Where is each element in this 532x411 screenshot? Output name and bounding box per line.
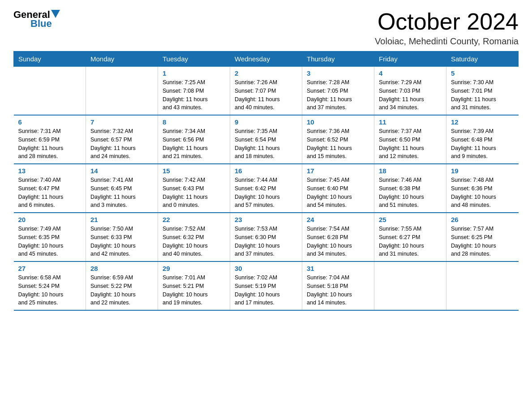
day-number: 10 xyxy=(307,118,369,126)
table-row: 18Sunrise: 7:46 AM Sunset: 6:38 PM Dayli… xyxy=(374,164,446,213)
day-info: Sunrise: 6:59 AM Sunset: 5:22 PM Dayligh… xyxy=(90,274,153,307)
header-monday: Monday xyxy=(86,51,158,67)
day-info: Sunrise: 7:41 AM Sunset: 6:45 PM Dayligh… xyxy=(90,176,153,210)
page-header: General Blue October 2024 Voloiac, Mehed… xyxy=(13,9,519,47)
table-row: 4Sunrise: 7:29 AM Sunset: 7:03 PM Daylig… xyxy=(374,67,446,116)
day-info: Sunrise: 7:53 AM Sunset: 6:30 PM Dayligh… xyxy=(235,225,297,258)
logo: General Blue xyxy=(13,9,61,30)
day-number: 18 xyxy=(379,167,442,175)
day-number: 30 xyxy=(235,265,297,272)
table-row: 24Sunrise: 7:54 AM Sunset: 6:28 PM Dayli… xyxy=(302,213,374,261)
table-row: 19Sunrise: 7:48 AM Sunset: 6:36 PM Dayli… xyxy=(446,164,519,213)
table-row: 6Sunrise: 7:31 AM Sunset: 6:59 PM Daylig… xyxy=(14,115,86,164)
day-number: 16 xyxy=(235,167,297,175)
day-info: Sunrise: 7:04 AM Sunset: 5:18 PM Dayligh… xyxy=(307,274,369,307)
day-number: 24 xyxy=(307,216,369,223)
day-info: Sunrise: 7:28 AM Sunset: 7:05 PM Dayligh… xyxy=(307,78,369,112)
table-row: 1Sunrise: 7:25 AM Sunset: 7:08 PM Daylig… xyxy=(158,67,230,116)
table-row: 26Sunrise: 7:57 AM Sunset: 6:25 PM Dayli… xyxy=(446,213,519,261)
header-thursday: Thursday xyxy=(302,51,374,67)
table-row: 3Sunrise: 7:28 AM Sunset: 7:05 PM Daylig… xyxy=(302,67,374,116)
day-number: 14 xyxy=(90,167,153,175)
day-number: 17 xyxy=(307,167,369,175)
day-info: Sunrise: 6:58 AM Sunset: 5:24 PM Dayligh… xyxy=(18,274,82,307)
table-row: 22Sunrise: 7:52 AM Sunset: 6:32 PM Dayli… xyxy=(158,213,230,261)
day-info: Sunrise: 7:26 AM Sunset: 7:07 PM Dayligh… xyxy=(235,78,297,112)
day-info: Sunrise: 7:44 AM Sunset: 6:42 PM Dayligh… xyxy=(235,176,297,210)
day-number: 22 xyxy=(163,216,225,223)
day-info: Sunrise: 7:50 AM Sunset: 6:33 PM Dayligh… xyxy=(90,225,153,258)
day-number: 20 xyxy=(18,216,82,223)
calendar-week-row: 20Sunrise: 7:49 AM Sunset: 6:35 PM Dayli… xyxy=(14,213,519,261)
calendar-table: Sunday Monday Tuesday Wednesday Thursday… xyxy=(13,51,519,311)
calendar-week-row: 27Sunrise: 6:58 AM Sunset: 5:24 PM Dayli… xyxy=(14,261,519,310)
day-number: 27 xyxy=(18,265,82,272)
day-number: 7 xyxy=(90,118,153,126)
table-row: 16Sunrise: 7:44 AM Sunset: 6:42 PM Dayli… xyxy=(230,164,302,213)
day-info: Sunrise: 7:52 AM Sunset: 6:32 PM Dayligh… xyxy=(163,225,225,258)
table-row: 15Sunrise: 7:42 AM Sunset: 6:43 PM Dayli… xyxy=(158,164,230,213)
day-number: 12 xyxy=(451,118,514,126)
table-row: 25Sunrise: 7:55 AM Sunset: 6:27 PM Dayli… xyxy=(374,213,446,261)
day-number: 11 xyxy=(379,118,442,126)
day-info: Sunrise: 7:37 AM Sunset: 6:50 PM Dayligh… xyxy=(379,127,442,161)
table-row: 20Sunrise: 7:49 AM Sunset: 6:35 PM Dayli… xyxy=(14,213,86,261)
day-number: 13 xyxy=(18,167,82,175)
day-number: 4 xyxy=(379,69,442,77)
header-tuesday: Tuesday xyxy=(158,51,230,67)
table-row xyxy=(14,67,86,116)
header-sunday: Sunday xyxy=(14,51,86,67)
day-info: Sunrise: 7:46 AM Sunset: 6:38 PM Dayligh… xyxy=(379,176,442,210)
day-info: Sunrise: 7:55 AM Sunset: 6:27 PM Dayligh… xyxy=(379,225,442,258)
day-info: Sunrise: 7:02 AM Sunset: 5:19 PM Dayligh… xyxy=(235,274,297,307)
table-row: 31Sunrise: 7:04 AM Sunset: 5:18 PM Dayli… xyxy=(302,261,374,310)
table-row: 11Sunrise: 7:37 AM Sunset: 6:50 PM Dayli… xyxy=(374,115,446,164)
day-number: 8 xyxy=(163,118,225,126)
table-row: 13Sunrise: 7:40 AM Sunset: 6:47 PM Dayli… xyxy=(14,164,86,213)
day-number: 23 xyxy=(235,216,297,223)
day-info: Sunrise: 7:34 AM Sunset: 6:56 PM Dayligh… xyxy=(163,127,225,161)
table-row: 29Sunrise: 7:01 AM Sunset: 5:21 PM Dayli… xyxy=(158,261,230,310)
day-info: Sunrise: 7:57 AM Sunset: 6:25 PM Dayligh… xyxy=(451,225,514,258)
calendar-header-row: Sunday Monday Tuesday Wednesday Thursday… xyxy=(14,51,519,67)
table-row: 23Sunrise: 7:53 AM Sunset: 6:30 PM Dayli… xyxy=(230,213,302,261)
table-row: 10Sunrise: 7:36 AM Sunset: 6:52 PM Dayli… xyxy=(302,115,374,164)
table-row: 27Sunrise: 6:58 AM Sunset: 5:24 PM Dayli… xyxy=(14,261,86,310)
day-number: 25 xyxy=(379,216,442,223)
day-info: Sunrise: 7:25 AM Sunset: 7:08 PM Dayligh… xyxy=(163,78,225,112)
calendar-week-row: 6Sunrise: 7:31 AM Sunset: 6:59 PM Daylig… xyxy=(14,115,519,164)
day-number: 29 xyxy=(163,265,225,272)
table-row: 7Sunrise: 7:32 AM Sunset: 6:57 PM Daylig… xyxy=(86,115,158,164)
day-info: Sunrise: 7:30 AM Sunset: 7:01 PM Dayligh… xyxy=(451,78,514,112)
day-info: Sunrise: 7:42 AM Sunset: 6:43 PM Dayligh… xyxy=(163,176,225,210)
table-row: 8Sunrise: 7:34 AM Sunset: 6:56 PM Daylig… xyxy=(158,115,230,164)
day-number: 21 xyxy=(90,216,153,223)
day-info: Sunrise: 7:49 AM Sunset: 6:35 PM Dayligh… xyxy=(18,225,82,258)
header-saturday: Saturday xyxy=(446,51,519,67)
table-row: 14Sunrise: 7:41 AM Sunset: 6:45 PM Dayli… xyxy=(86,164,158,213)
table-row: 21Sunrise: 7:50 AM Sunset: 6:33 PM Dayli… xyxy=(86,213,158,261)
table-row: 28Sunrise: 6:59 AM Sunset: 5:22 PM Dayli… xyxy=(86,261,158,310)
day-info: Sunrise: 7:32 AM Sunset: 6:57 PM Dayligh… xyxy=(90,127,153,161)
day-info: Sunrise: 7:31 AM Sunset: 6:59 PM Dayligh… xyxy=(18,127,82,161)
day-number: 9 xyxy=(235,118,297,126)
day-number: 19 xyxy=(451,167,514,175)
table-row xyxy=(374,261,446,310)
day-number: 15 xyxy=(163,167,225,175)
header-wednesday: Wednesday xyxy=(230,51,302,67)
day-info: Sunrise: 7:39 AM Sunset: 6:48 PM Dayligh… xyxy=(451,127,514,161)
day-number: 1 xyxy=(163,69,225,77)
table-row xyxy=(86,67,158,116)
day-info: Sunrise: 7:45 AM Sunset: 6:40 PM Dayligh… xyxy=(307,176,369,210)
page-title: October 2024 xyxy=(375,9,519,34)
table-row xyxy=(446,261,519,310)
day-info: Sunrise: 7:29 AM Sunset: 7:03 PM Dayligh… xyxy=(379,78,442,112)
day-number: 31 xyxy=(307,265,369,272)
day-number: 5 xyxy=(451,69,514,77)
header-friday: Friday xyxy=(374,51,446,67)
day-number: 3 xyxy=(307,69,369,77)
calendar-week-row: 1Sunrise: 7:25 AM Sunset: 7:08 PM Daylig… xyxy=(14,67,519,116)
table-row: 17Sunrise: 7:45 AM Sunset: 6:40 PM Dayli… xyxy=(302,164,374,213)
table-row: 5Sunrise: 7:30 AM Sunset: 7:01 PM Daylig… xyxy=(446,67,519,116)
day-number: 26 xyxy=(451,216,514,223)
